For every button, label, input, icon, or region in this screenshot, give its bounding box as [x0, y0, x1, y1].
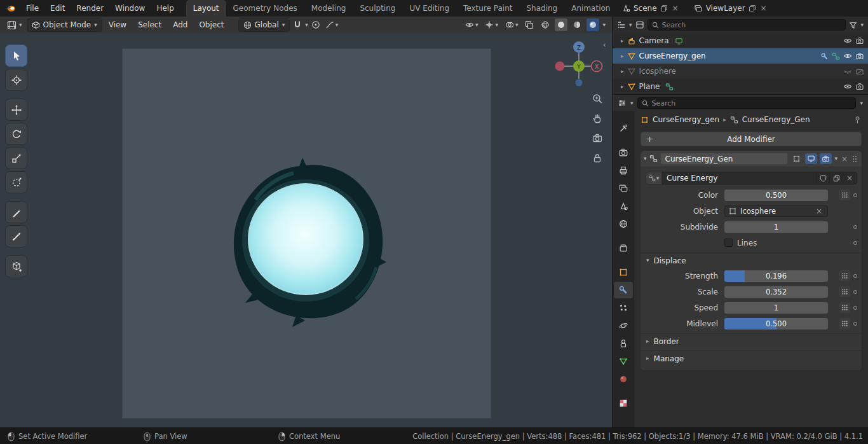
tab-collection-properties[interactable] [614, 240, 633, 256]
eye-closed-icon[interactable] [843, 67, 852, 76]
transform-orientation-dropdown[interactable]: Global ▾ [238, 18, 290, 32]
tool-measure[interactable] [5, 225, 27, 247]
menu-select[interactable]: Select [133, 17, 166, 33]
edit-mode-display-toggle[interactable] [790, 153, 803, 164]
modifier-extras-chevron[interactable]: ▾ [834, 156, 837, 162]
disable-render-camera-icon[interactable] [855, 82, 864, 91]
navigation-gizmo[interactable]: Z X Y [553, 39, 604, 89]
modifier-wrench-icon[interactable] [820, 52, 829, 60]
menu-edit[interactable]: Edit [44, 0, 71, 17]
scene-selector[interactable]: Scene × [621, 4, 680, 13]
tab-view-layer-properties[interactable] [614, 180, 633, 197]
view-object-types-dropdown[interactable]: ▾ [463, 19, 480, 31]
workspace-tab-shading[interactable]: Shading [519, 0, 564, 17]
menu-add[interactable]: Add [168, 17, 193, 33]
shading-material-button[interactable] [571, 18, 583, 31]
modifier-panel-header[interactable]: ▾ CurseEnergy_Gen [641, 151, 862, 167]
object-picker-field[interactable]: Icosphere × [724, 205, 828, 217]
workspace-tab-modeling[interactable]: Modeling [304, 0, 353, 17]
tab-object-properties[interactable] [614, 264, 633, 281]
gizmos-dropdown[interactable]: ▾ [483, 19, 500, 31]
snap-dropdown-chevron[interactable]: ▾ [305, 22, 308, 28]
xray-toggle[interactable] [523, 19, 536, 31]
outliner-row-plane[interactable]: ▸ Plane [613, 79, 868, 94]
node-group-name-field[interactable]: Curse Energy [662, 172, 817, 184]
input-attribute-toggle[interactable] [839, 286, 850, 297]
workspace-tab-layout[interactable]: Layout [186, 0, 226, 17]
viewlayer-selector[interactable]: ViewLayer × [694, 4, 768, 13]
outliner-row-icosphere[interactable]: ▸ Icosphere [613, 64, 868, 79]
fake-user-button[interactable] [817, 172, 830, 184]
disable-render-camera-icon[interactable] [855, 67, 864, 76]
outliner-search-input[interactable] [662, 21, 842, 29]
shading-wireframe-button[interactable] [539, 18, 552, 31]
menu-render[interactable]: Render [71, 0, 109, 17]
tool-add-cube[interactable] [5, 255, 27, 277]
disable-render-camera-icon[interactable] [855, 52, 864, 60]
menu-view[interactable]: View [104, 17, 132, 33]
render-display-toggle[interactable] [820, 153, 832, 164]
blender-logo[interactable] [5, 4, 17, 13]
outliner-row-curseenergy-gen[interactable]: ▸ CurseEnergy_gen [613, 48, 868, 64]
filter-funnel-icon[interactable] [849, 21, 857, 29]
breadcrumb-object[interactable]: CurseEnergy_gen [653, 115, 719, 124]
tool-transform[interactable] [5, 171, 27, 193]
mode-dropdown[interactable]: Object Mode ▾ [27, 18, 102, 32]
add-modifier-button[interactable]: + Add Modifier [641, 132, 862, 146]
input-attribute-toggle[interactable] [839, 270, 850, 281]
hide-viewport-eye-icon[interactable] [843, 36, 852, 45]
hide-viewport-eye-icon[interactable] [843, 82, 852, 91]
input-attribute-toggle[interactable] [839, 318, 850, 329]
menu-window[interactable]: Window [109, 0, 151, 17]
tab-constraint-properties[interactable] [614, 335, 633, 352]
remove-modifier-icon[interactable]: × [840, 155, 849, 163]
tab-particle-properties[interactable] [614, 300, 633, 316]
properties-filter-chevron[interactable]: ▾ [860, 101, 863, 106]
midlevel-slider[interactable]: 0.500 [724, 318, 828, 330]
workspace-tab-texture-paint[interactable]: Texture Paint [456, 0, 519, 17]
tab-object-data-properties[interactable] [614, 353, 633, 370]
input-attribute-toggle[interactable] [839, 302, 850, 313]
tool-annotate[interactable] [5, 201, 27, 223]
zoom-button[interactable] [590, 92, 604, 106]
animate-property-dot[interactable] [853, 290, 857, 294]
tool-scale[interactable] [5, 147, 27, 169]
overlays-dropdown[interactable]: ▾ [503, 19, 520, 31]
animate-property-dot[interactable] [853, 225, 857, 229]
tab-texture-properties[interactable] [614, 395, 633, 412]
chevron-down-icon[interactable]: ▾ [629, 22, 632, 28]
tab-render-properties[interactable] [614, 144, 633, 161]
tab-tool-properties[interactable] [614, 120, 633, 137]
shading-dropdown-chevron[interactable]: ▾ [602, 22, 606, 28]
tab-physics-properties[interactable] [614, 317, 633, 334]
subdivide-value-field[interactable]: 1 [724, 221, 828, 233]
snap-toggle[interactable] [291, 19, 304, 31]
outliner-search[interactable] [648, 19, 846, 31]
animate-property-dot[interactable] [853, 241, 857, 245]
shading-solid-button[interactable] [555, 18, 567, 31]
proportional-falloff-dropdown[interactable]: ▾ [323, 19, 341, 31]
unlink-scene-icon[interactable]: × [671, 4, 680, 12]
color-value-slider[interactable]: 0.500 [724, 190, 828, 201]
input-attribute-toggle[interactable] [839, 190, 850, 200]
disable-render-camera-icon[interactable] [855, 36, 864, 45]
clear-object-icon[interactable]: × [815, 207, 824, 215]
animate-property-dot[interactable] [853, 306, 857, 310]
properties-editor-icon[interactable] [618, 99, 627, 108]
tab-output-properties[interactable] [614, 162, 633, 179]
pan-button[interactable] [590, 111, 604, 125]
modifier-name-field[interactable]: CurseEnergy_Gen [660, 153, 789, 165]
strength-slider[interactable]: 0.196 [724, 270, 828, 282]
outliner-editor-icon[interactable] [617, 20, 626, 29]
drag-handle-icon[interactable] [851, 155, 858, 163]
editor-type-dropdown[interactable]: ▾ [4, 18, 25, 32]
expand-icon[interactable]: ▸ [621, 84, 624, 90]
lines-checkbox[interactable] [724, 239, 733, 247]
perspective-toggle-button[interactable] [590, 151, 604, 165]
display-mode-icon[interactable] [635, 20, 644, 29]
section-manage[interactable]: ▸ Manage [641, 350, 862, 366]
collapse-chevron-icon[interactable]: ▾ [644, 156, 647, 162]
expand-icon[interactable]: ▸ [621, 53, 624, 59]
camera-view-button[interactable] [590, 131, 604, 145]
viewport-3d[interactable]: Z X Y [0, 33, 612, 427]
